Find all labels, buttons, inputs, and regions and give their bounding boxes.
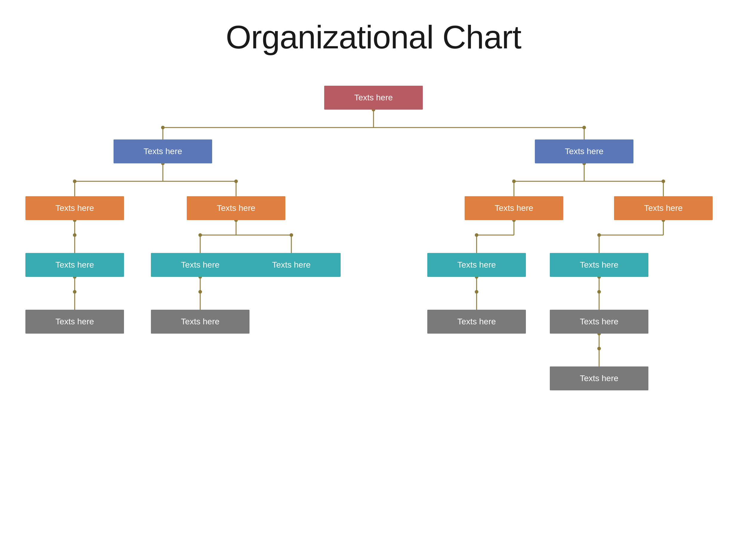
node-l4d: Texts here <box>550 310 648 334</box>
node-l5a: Texts here <box>550 367 648 390</box>
svg-point-32 <box>289 233 293 237</box>
page-title: Organizational Chart <box>0 0 747 68</box>
svg-point-42 <box>597 233 601 237</box>
node-l4a: Texts here <box>25 310 124 334</box>
svg-point-62 <box>597 290 601 294</box>
svg-point-67 <box>597 347 601 350</box>
node-l1b: Texts here <box>535 139 634 163</box>
svg-point-20 <box>662 180 665 183</box>
svg-point-47 <box>73 290 77 294</box>
node-l3c: Texts here <box>242 253 341 277</box>
node-l1a: Texts here <box>113 139 212 163</box>
node-l2c: Texts here <box>465 196 563 220</box>
svg-point-52 <box>199 290 202 294</box>
node-l3a: Texts here <box>25 253 124 277</box>
svg-point-5 <box>161 126 165 129</box>
node-l4c: Texts here <box>427 310 526 334</box>
svg-point-19 <box>512 180 516 183</box>
node-l2d: Texts here <box>614 196 713 220</box>
node-l3b: Texts here <box>151 253 250 277</box>
svg-point-6 <box>582 126 586 129</box>
svg-point-57 <box>475 290 479 294</box>
svg-point-12 <box>73 180 77 183</box>
node-l3d: Texts here <box>427 253 526 277</box>
svg-point-25 <box>73 233 77 237</box>
node-l2a: Texts here <box>25 196 124 220</box>
org-chart: Texts hereTexts hereTexts hereTexts here… <box>0 68 747 546</box>
svg-point-37 <box>475 233 479 237</box>
node-root: Texts here <box>324 86 423 110</box>
node-l2b: Texts here <box>187 196 285 220</box>
svg-point-31 <box>199 233 202 237</box>
node-l4b: Texts here <box>151 310 250 334</box>
node-l3e: Texts here <box>550 253 648 277</box>
svg-point-13 <box>234 180 238 183</box>
connectors-svg <box>0 68 747 546</box>
